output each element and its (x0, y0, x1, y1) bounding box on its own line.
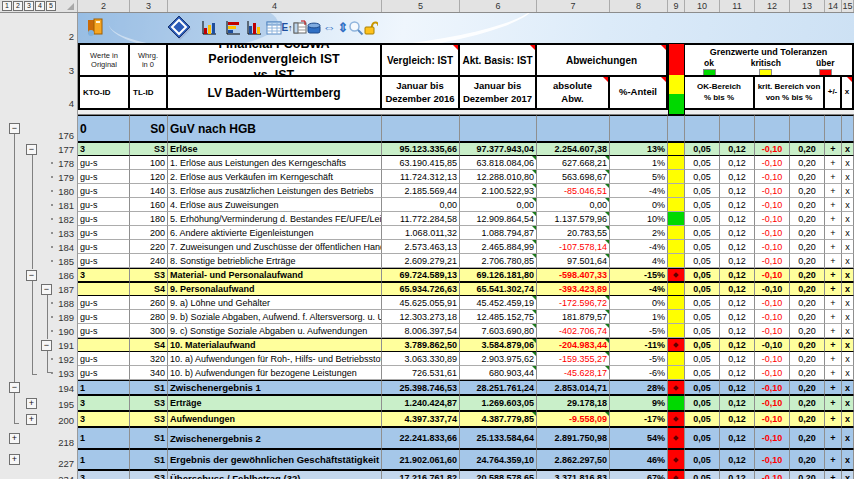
cell-kto-id[interactable]: gu-s (78, 240, 130, 254)
cell-ok-to[interactable]: 0,12 (720, 212, 755, 226)
cell-ok-from[interactable]: 0,05 (685, 324, 720, 338)
cell-position-label[interactable]: Aufwendungen (168, 411, 382, 427)
cell-status[interactable] (668, 324, 685, 338)
cell-krit-from[interactable]: -0,10 (755, 449, 790, 470)
cell-pct-anteil[interactable]: -4% (610, 184, 668, 198)
cell-tl-id[interactable]: 120 (130, 170, 168, 184)
cell-kto-id[interactable]: gu-s (78, 198, 130, 212)
cell-plusminus[interactable]: + (825, 324, 842, 338)
cell-value-2016[interactable]: 2.609.279,21 (382, 254, 460, 268)
cell-kto-id[interactable]: gu-s (78, 324, 130, 338)
cell-ok-to[interactable]: 0,12 (720, 226, 755, 240)
cell-absolute-abw[interactable]: 2.862.297,50 (537, 449, 610, 470)
cell-kto-id[interactable]: gu-s (78, 366, 130, 380)
cell-value-2017[interactable]: 45.452.459,19 (460, 296, 537, 310)
cell-plusminus[interactable]: + (825, 226, 842, 240)
cell-plusminus[interactable]: + (825, 470, 842, 479)
cell-kto-id[interactable]: 0 (78, 115, 130, 142)
cell-tl-id[interactable]: 100 (130, 156, 168, 170)
cell-krit-from[interactable]: -0,10 (755, 212, 790, 226)
row-number[interactable]: 178 (58, 158, 74, 169)
cell-value-2016[interactable]: 726.531,61 (382, 366, 460, 380)
cell-ok-from[interactable]: 0,05 (685, 170, 720, 184)
cell-position-label[interactable]: Material- und Personalaufwand (168, 268, 382, 282)
cell-absolute-abw[interactable]: 29.178,18 (537, 395, 610, 411)
cell-ok-to[interactable]: 0,12 (720, 156, 755, 170)
cell-position-label[interactable]: 10. Materialaufwand (168, 338, 382, 352)
cell-krit-to[interactable]: 0,20 (790, 352, 825, 366)
cell-krit-from[interactable]: -0,10 (755, 156, 790, 170)
cell-plusminus[interactable]: + (825, 427, 842, 449)
cell-krit-from[interactable]: -0,10 (755, 240, 790, 254)
cell-value-2016[interactable]: 69.724.589,13 (382, 268, 460, 282)
cell-absolute-abw[interactable]: -598.407,33 (537, 268, 610, 282)
cell-x[interactable]: x (842, 395, 854, 411)
cell-x[interactable]: x (842, 142, 854, 156)
cell-kto-id[interactable]: gu-s (78, 212, 130, 226)
cell-ok-from[interactable]: 0,05 (685, 282, 720, 296)
cell-krit-to[interactable]: 0,20 (790, 449, 825, 470)
cell-ok-from[interactable]: 0,05 (685, 380, 720, 395)
cell-krit-to[interactable] (790, 115, 825, 142)
cell-pct-anteil[interactable]: 0% (610, 198, 668, 212)
column-header[interactable]: 6 (460, 0, 537, 12)
column-header[interactable]: 2 (78, 0, 130, 12)
cell-pct-anteil[interactable]: -4% (610, 240, 668, 254)
row-number[interactable]: 192 (58, 354, 74, 365)
cell-kto-id[interactable]: 1 (78, 449, 130, 470)
cell-pct-anteil[interactable]: -17% (610, 411, 668, 427)
outline-level-button[interactable]: 4 (35, 1, 45, 11)
cell-kto-id[interactable]: gu-s (78, 170, 130, 184)
database-icon[interactable] (306, 20, 322, 36)
row-number[interactable]: 184 (58, 242, 74, 253)
cell-tl-id[interactable]: 300 (130, 324, 168, 338)
cell-value-2017[interactable]: 4.387.779,85 (460, 411, 537, 427)
cell-kto-id[interactable]: gu-s (78, 352, 130, 366)
cell-position-label[interactable]: Überschuss / Fehlbetrag (32) (168, 470, 382, 479)
column-header[interactable]: 10 (685, 0, 720, 12)
cell-x[interactable]: x (842, 366, 854, 380)
cell-krit-from[interactable]: -0,10 (755, 296, 790, 310)
cell-ok-to[interactable]: 0,12 (720, 184, 755, 198)
cell-position-label[interactable]: 9. a) Löhne und Gehälter (168, 296, 382, 310)
abweichungen-header[interactable]: Abweichungen (537, 43, 668, 77)
cell-value-2017[interactable]: 69.126.181,80 (460, 268, 537, 282)
cell-krit-to[interactable]: 0,20 (790, 212, 825, 226)
outline-minus-button[interactable]: − (41, 284, 52, 295)
cell-status[interactable] (668, 226, 685, 240)
cell-tl-id[interactable]: S0 (130, 115, 168, 142)
cell-value-2016[interactable]: 2.573.463,13 (382, 240, 460, 254)
cell-x[interactable]: x (842, 212, 854, 226)
row-number[interactable]: 183 (58, 228, 74, 239)
cell-krit-from[interactable]: -0,10 (755, 324, 790, 338)
cell-value-2016[interactable]: 3.789.862,50 (382, 338, 460, 352)
report-title[interactable]: Financial FCoBWA Periodenvergleich IST v… (168, 43, 382, 77)
cell-ok-from[interactable]: 0,05 (685, 212, 720, 226)
absolute-abw-header[interactable]: absolute Abw. (537, 77, 610, 110)
cell-position-label[interactable]: 4. Erlöse aus Zuweisungen (168, 198, 382, 212)
cell-absolute-abw[interactable]: 627.668,21 (537, 156, 610, 170)
outline-plus-button[interactable]: + (26, 398, 37, 409)
period-2017-header[interactable]: Januar bis Dezember 2017 (460, 77, 537, 110)
cell-plusminus[interactable]: + (825, 282, 842, 296)
cell-krit-to[interactable]: 0,20 (790, 395, 825, 411)
cell-status[interactable] (668, 427, 685, 449)
cell-plusminus[interactable]: + (825, 449, 842, 470)
cell-x[interactable]: x (842, 310, 854, 324)
cell-value-2016[interactable]: 25.398.746,53 (382, 380, 460, 395)
cell-status[interactable] (668, 338, 685, 352)
cell-value-2016[interactable]: 4.397.337,74 (382, 411, 460, 427)
cell-pct-anteil[interactable]: 10% (610, 212, 668, 226)
cell-plusminus[interactable]: + (825, 352, 842, 366)
cell-status[interactable] (668, 142, 685, 156)
cell-plusminus[interactable]: + (825, 240, 842, 254)
cell-plusminus[interactable]: + (825, 184, 842, 198)
cell-pct-anteil[interactable]: -5% (610, 324, 668, 338)
cell-status[interactable] (668, 449, 685, 470)
cell-value-2017[interactable]: 20.588.578,65 (460, 470, 537, 479)
ok-bereich-header[interactable]: OK-Bereich % bis % (685, 77, 755, 110)
cell-krit-from[interactable]: -0,10 (755, 310, 790, 324)
cell-pct-anteil[interactable]: -4% (610, 282, 668, 296)
cell-x[interactable]: x (842, 411, 854, 427)
cell-plusminus[interactable]: + (825, 142, 842, 156)
